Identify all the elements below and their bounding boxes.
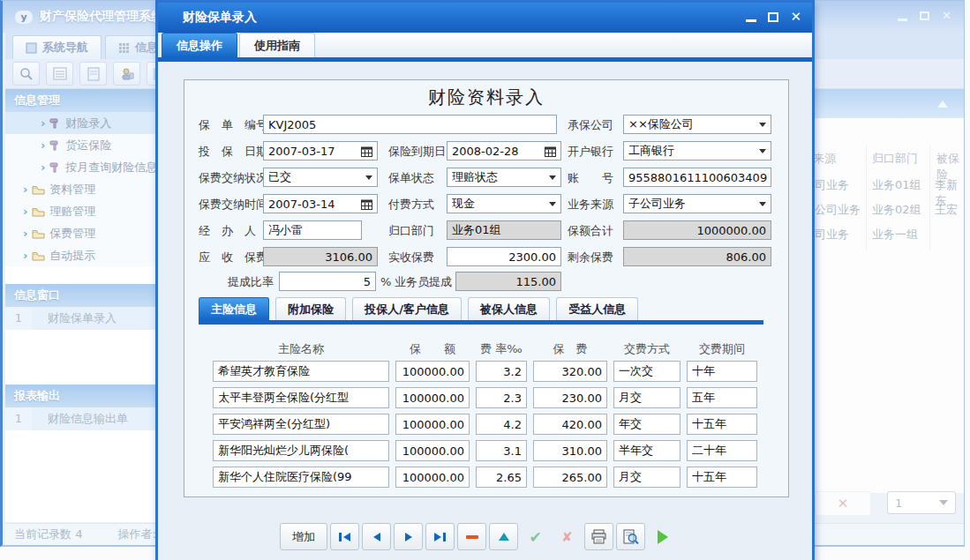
calendar-icon[interactable]	[545, 146, 556, 157]
start-date-input[interactable]: 2007-03-17	[263, 141, 378, 161]
chevron-down-icon	[365, 175, 372, 180]
run-button[interactable]	[648, 523, 677, 550]
cell-premium[interactable]: 310.00	[533, 440, 607, 461]
tab-info-operation[interactable]: 信息操作	[162, 33, 237, 57]
calendar-icon[interactable]	[361, 198, 372, 210]
cell-amount[interactable]: 100000.00	[395, 414, 470, 435]
cell-name[interactable]: 太平丰登两全保险(分红型	[213, 387, 389, 408]
column-divider	[866, 145, 867, 250]
cell-period[interactable]: 二十年	[687, 440, 757, 461]
cell-period[interactable]: 五年	[687, 387, 757, 408]
sidebar-item-property-entry[interactable]: › 财险录入	[5, 112, 160, 134]
tab-insured-info[interactable]: 被保人信息	[468, 297, 550, 320]
sidebar-item-claims-mgmt[interactable]: › 理赔管理	[5, 200, 160, 222]
minimize-icon[interactable]	[898, 19, 907, 21]
cell-method[interactable]: 年交	[613, 414, 681, 435]
policy-status-select[interactable]: 理赔状态	[447, 168, 561, 187]
close-icon[interactable]: ✕	[790, 11, 801, 23]
policy-no-input[interactable]: KVJ2005	[263, 115, 557, 134]
info-window-item[interactable]: 1 财险保单录入	[5, 307, 160, 330]
tab-main-insurance[interactable]: 主险信息	[199, 297, 269, 320]
report-output-item[interactable]: 1 财险信息输出单	[5, 407, 160, 430]
sidebar-item-label: 货运保险	[65, 138, 111, 153]
commission-rate-input[interactable]: 5	[279, 272, 376, 291]
cell-name[interactable]: 平安鸿祥两全(分红型)	[213, 414, 389, 435]
pay-time-input[interactable]: 2007-03-14	[263, 194, 378, 213]
delete-record-button[interactable]	[457, 523, 486, 550]
pay-method-select[interactable]: 现金	[447, 194, 561, 213]
bg-cancel-button[interactable]: ✕	[815, 491, 871, 516]
cell-name[interactable]: 希望英才教育保险	[213, 361, 389, 382]
pay-status-select[interactable]: 已交	[263, 168, 378, 187]
cell-rate[interactable]: 3.2	[476, 361, 527, 382]
sidebar-section-info-mgmt[interactable]: 信息管理	[5, 89, 160, 112]
list-button[interactable]	[46, 62, 73, 86]
post-record-button[interactable]	[489, 523, 518, 550]
tab-additional-insurance[interactable]: 附加保险	[275, 297, 346, 320]
calendar-icon[interactable]	[361, 146, 372, 157]
restore-icon[interactable]	[920, 11, 929, 20]
maximize-icon[interactable]	[768, 12, 778, 22]
cell-method[interactable]: 月交	[613, 467, 681, 488]
biz-source-select[interactable]: 子公司业务	[623, 194, 771, 213]
account-no-input[interactable]: 9558801611100603409	[623, 168, 771, 187]
cell-amount[interactable]: 100000.00	[395, 361, 470, 382]
document-button[interactable]	[79, 62, 107, 86]
cell-amount[interactable]: 100000.00	[395, 467, 470, 488]
tab-user-guide[interactable]: 使用指南	[239, 33, 315, 57]
cell-premium[interactable]: 320.00	[533, 361, 607, 382]
dialog-titlebar[interactable]: 财险保单录入	[158, 3, 812, 33]
search-button[interactable]	[12, 62, 40, 86]
cell-method[interactable]: 月交	[613, 387, 681, 408]
print-button[interactable]	[584, 523, 613, 550]
prev-record-button[interactable]	[362, 523, 391, 550]
cell-period[interactable]: 十五年	[687, 414, 757, 435]
insurer-select[interactable]: ××保险公司	[623, 115, 771, 134]
confirm-button[interactable]: ✔	[521, 523, 550, 550]
sidebar-item-cargo-insurance[interactable]: › 货运保险	[5, 134, 160, 156]
cell-period[interactable]: 十五年	[687, 467, 757, 488]
cell-premium[interactable]: 230.00	[533, 387, 607, 408]
cell-rate[interactable]: 4.2	[476, 414, 527, 435]
cell-rate[interactable]: 3.1	[476, 440, 527, 461]
close-icon[interactable]: ✕	[942, 10, 951, 22]
bank-select[interactable]: 工商银行	[623, 141, 771, 161]
delete-record-icon	[466, 535, 478, 539]
minimize-icon[interactable]	[746, 19, 756, 22]
sidebar-item-auto-reminder[interactable]: › 自动提示	[5, 244, 160, 266]
cell-method[interactable]: 一次交	[613, 361, 681, 382]
handler-input[interactable]: 冯小雷	[263, 220, 362, 240]
print-preview-button[interactable]	[616, 523, 645, 550]
page-select[interactable]: 1	[887, 491, 956, 514]
triangle-up-icon[interactable]	[937, 101, 948, 108]
next-record-button[interactable]	[394, 523, 423, 550]
add-button[interactable]: 增加	[280, 523, 327, 550]
user-button[interactable]	[113, 62, 140, 86]
cell-name[interactable]: 新华阳光灿烂少儿两保险(	[213, 440, 389, 461]
sidebar-item-data-mgmt[interactable]: › 资料管理	[5, 178, 160, 200]
sidebar-item-premium-mgmt[interactable]: › 保费管理	[5, 222, 160, 244]
sidebar-item-monthly-query[interactable]: › 按月查询财险信息	[5, 156, 160, 178]
cell-rate[interactable]: 2.3	[476, 387, 527, 408]
first-record-button[interactable]	[330, 523, 359, 550]
cell-amount[interactable]: 100000.00	[395, 387, 470, 408]
next-record-icon	[405, 533, 412, 541]
tab-system-nav[interactable]: 系统导航	[12, 35, 102, 59]
received-input[interactable]: 2300.00	[447, 247, 561, 266]
cell-premium[interactable]: 420.00	[533, 414, 607, 435]
cell-amount[interactable]: 100000.00	[395, 440, 470, 461]
sidebar-section-report-output[interactable]: 报表输出	[5, 385, 160, 407]
folder-icon	[32, 184, 45, 195]
cancel-button[interactable]: ✘	[553, 523, 582, 550]
cell-name[interactable]: 新华个人住院医疗保险(99	[213, 467, 389, 488]
value: 一次交	[619, 363, 653, 379]
end-date-input[interactable]: 2008-02-28	[447, 141, 561, 161]
tab-applicant-info[interactable]: 投保人/客户信息	[352, 297, 462, 320]
sidebar-section-info-window[interactable]: 信息窗口	[5, 284, 160, 307]
tab-beneficiary-info[interactable]: 受益人信息	[556, 297, 638, 320]
cell-method[interactable]: 半年交	[613, 440, 681, 461]
cell-premium[interactable]: 265.00	[533, 467, 607, 488]
cell-period[interactable]: 十年	[687, 361, 757, 382]
cell-rate[interactable]: 2.65	[476, 467, 527, 488]
last-record-button[interactable]	[425, 523, 455, 550]
